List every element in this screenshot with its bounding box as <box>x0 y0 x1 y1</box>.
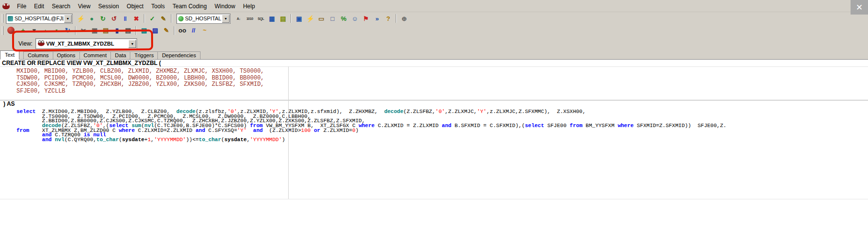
cut-button[interactable]: ✂ <box>78 25 89 35</box>
toad-logo-icon <box>2 3 10 9</box>
view-selector-dropdown-icon[interactable]: ▼ <box>128 40 136 48</box>
menu-tools[interactable]: Tools <box>147 1 169 11</box>
filter-edit-button[interactable]: ✎ <box>158 14 169 24</box>
describe-button[interactable]: ✓ <box>147 14 158 24</box>
save-to-file-button[interactable]: ▨ <box>150 25 161 35</box>
format-code-icon: ~ <box>203 27 207 33</box>
team-coding-button[interactable]: ☺ <box>349 14 360 24</box>
tab-options[interactable]: Options <box>53 51 80 59</box>
menu-object[interactable]: Object <box>123 1 148 11</box>
cut-icon: ✂ <box>81 27 86 33</box>
commit-icon: ↻ <box>100 16 106 22</box>
promote-button[interactable]: ▲ <box>40 25 51 35</box>
grid-button[interactable]: ▦ <box>266 14 278 24</box>
sort-az-icon: A↓ <box>237 17 241 20</box>
stop-button[interactable]: ✖ <box>131 14 142 24</box>
menu-search[interactable]: Search <box>48 1 74 11</box>
find-binoculars-button[interactable]: oo <box>177 25 188 35</box>
report-button[interactable]: ▤ <box>278 14 289 24</box>
toolbar-grip[interactable] <box>2 26 3 35</box>
schema-browser-icon: ▣ <box>296 16 302 22</box>
menu-file[interactable]: File <box>13 1 30 11</box>
describe-icon: ✓ <box>150 16 155 22</box>
sql-text-panel[interactable]: select Z.MXID00,Z.MBID00, Z.YZLB00, Z.CL… <box>0 108 868 143</box>
menu-edit[interactable]: Edit <box>30 1 48 11</box>
tab-comment[interactable]: Comment <box>80 51 111 59</box>
copy-button[interactable]: ▣ <box>89 25 100 35</box>
menu-window[interactable]: Window <box>211 1 239 11</box>
rollback-button[interactable]: ↺ <box>108 14 120 24</box>
paste-button[interactable]: ▤ <box>100 25 111 35</box>
session-windows-button[interactable]: □ <box>327 14 338 24</box>
view-selector-combo[interactable]: VW_XT_ZLMBMX_ZYDZBL ▼ <box>35 38 137 49</box>
tab-text[interactable]: Text <box>0 50 19 60</box>
sql-line: and nvl(C.QYRQ00,to_char(sysdate+1,'YYYY… <box>16 138 868 143</box>
new-connection-button[interactable]: ⚡ <box>75 14 86 24</box>
pause-button[interactable]: ‖ <box>120 14 131 24</box>
red-circle-icon[interactable] <box>7 27 15 34</box>
next-window-icon: » <box>375 16 379 22</box>
edit-pencil-button[interactable]: ✎ <box>161 25 172 35</box>
menu-team-coding[interactable]: Team Coding <box>169 1 211 11</box>
window-close-button[interactable]: ✕ <box>851 0 868 15</box>
help-button[interactable]: ? <box>383 14 394 24</box>
demote-button[interactable]: ▼ <box>51 25 62 35</box>
toolbar-grip[interactable] <box>2 14 3 23</box>
as-line: ) AS <box>0 100 868 108</box>
ddl-header-line: CREATE OR REPLACE VIEW VW_XT_ZLMBMX_ZYDZ… <box>0 60 868 66</box>
print-button[interactable]: ▤ <box>123 25 134 35</box>
toolbar-separator <box>174 26 175 35</box>
flags-button[interactable]: ⚑ <box>360 14 372 24</box>
calculator-1010-icon: 1010 <box>247 17 253 20</box>
connection-combo-dropdown-icon[interactable]: ▼ <box>64 15 72 23</box>
toolbar-separator <box>144 14 145 23</box>
globe-button[interactable]: ● <box>86 14 97 24</box>
dropdown-button[interactable]: ▾ <box>29 25 40 35</box>
sql-editor-button[interactable]: ⚡ <box>305 14 316 24</box>
save-button[interactable]: ▮ <box>111 25 123 35</box>
schema-browser-button[interactable]: ▣ <box>294 14 305 24</box>
team-coding-icon: ☺ <box>352 16 358 22</box>
tab-bar: TextColumnsOptionsCommentDataTriggersDep… <box>0 51 868 60</box>
menu-help[interactable]: Help <box>239 1 259 11</box>
gear-button[interactable]: ⊕ <box>399 14 410 24</box>
menu-session[interactable]: Session <box>94 1 123 11</box>
toolbar-separator <box>291 14 292 23</box>
tab-triggers[interactable]: Triggers <box>130 51 158 59</box>
columns-line: TSDW00, PCID00, PCMC00, MCSL00, DW0000, … <box>16 75 868 82</box>
report-icon: ▤ <box>280 16 286 22</box>
add-icon: + <box>21 27 25 33</box>
main-toolbar-right-buttons: A↓1010SQL▦▤▣⚡▭□%☺⚑»?⊕ <box>233 14 410 24</box>
refresh-icon: ↻ <box>65 27 70 33</box>
schema-combo-dropdown-icon[interactable]: ▼ <box>222 15 230 23</box>
save-icon: ▮ <box>115 27 119 33</box>
commit-button[interactable]: ↻ <box>97 14 108 24</box>
calculator-1010-button[interactable]: 1010 <box>244 14 255 24</box>
format-code-button[interactable]: ~ <box>199 25 210 35</box>
schema-icon <box>178 16 184 21</box>
next-window-button[interactable]: » <box>372 14 383 24</box>
open-file-button[interactable]: ▭ <box>316 14 327 24</box>
percent-icon: % <box>341 16 347 22</box>
filter-edit-icon: ✎ <box>161 16 166 22</box>
paste-icon: ▤ <box>103 27 108 33</box>
comment-button[interactable]: // <box>188 25 199 35</box>
tab-data[interactable]: Data <box>111 51 130 59</box>
session-windows-icon: □ <box>331 16 335 22</box>
view-ddl-editor: CREATE OR REPLACE VIEW VW_XT_ZLMBMX_ZYDZ… <box>0 60 868 227</box>
schema-combo[interactable]: SD_HOSPITAL ▼ <box>176 14 231 24</box>
load-from-file-button[interactable]: ▧ <box>139 25 150 35</box>
sql-pencil-button[interactable]: SQL <box>255 14 266 24</box>
add-button[interactable]: + <box>17 25 29 35</box>
refresh-button[interactable]: ↻ <box>62 25 73 35</box>
sort-az-button[interactable]: A↓ <box>233 14 244 24</box>
connection-combo[interactable]: SD_HOSPITAL@FJLNYY( ▼ <box>6 14 73 24</box>
percent-button[interactable]: % <box>338 14 349 24</box>
copy-icon: ▣ <box>92 27 97 33</box>
connection-combo-value: SD_HOSPITAL@FJLNYY( <box>13 16 63 21</box>
columns-list-panel[interactable]: MXID00, MBID00, YZLB00, CLBZ00, ZLXMID, … <box>0 66 868 100</box>
tab-columns[interactable]: Columns <box>23 51 53 59</box>
tab-dependencies[interactable]: Dependencies <box>158 51 200 59</box>
demote-icon: ▼ <box>55 29 58 32</box>
menu-view[interactable]: View <box>74 1 94 11</box>
